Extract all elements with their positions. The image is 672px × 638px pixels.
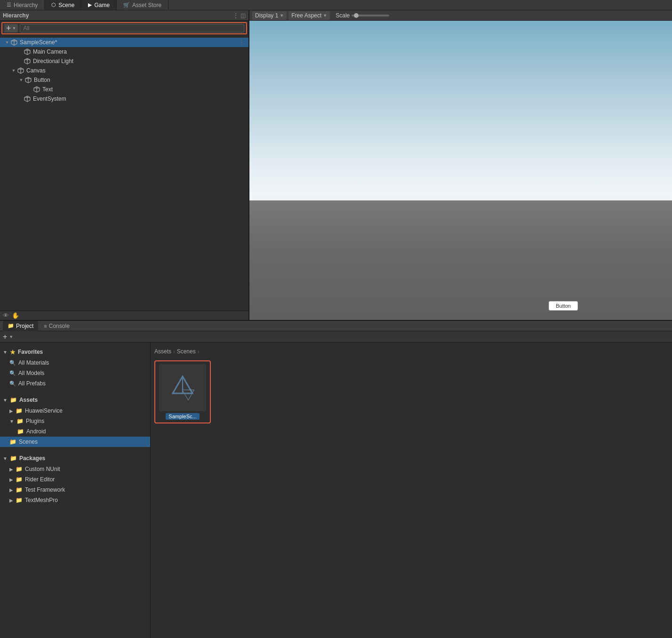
scale-slider[interactable] xyxy=(352,15,389,16)
eye-icon[interactable]: 👁 xyxy=(3,312,9,319)
hierarchy-title: Hierarchy xyxy=(3,12,29,19)
breadcrumb-assets[interactable]: Assets xyxy=(154,348,171,355)
hierarchy-add-button[interactable]: + ▼ xyxy=(4,24,18,32)
sidebar-spacer2 xyxy=(0,449,150,453)
assets-header[interactable]: ▼ 📁 Assets xyxy=(0,394,150,406)
rider-arrow: ▶ xyxy=(9,477,13,482)
breadcrumb: Assets › Scenes › xyxy=(154,346,668,357)
hierarchy-header-icons: ⋮ ◫ xyxy=(233,12,246,19)
packages-section: ▼ 📁 Packages ▶ 📁 Custom NUnit ▶ 📁 Rider … xyxy=(0,453,150,505)
ground-background xyxy=(249,200,672,320)
tree-item-event-system[interactable]: EventSystem xyxy=(0,94,248,104)
favorites-header[interactable]: ▼ ★ Favorites xyxy=(0,346,150,358)
tree-label-sample-scene: SampleScene* xyxy=(20,39,238,46)
console-tab-icon: ≡ xyxy=(44,323,47,329)
nunit-folder-icon: 📁 xyxy=(16,466,23,472)
tab-game[interactable]: ▶ Game xyxy=(81,0,117,10)
tree-item-directional-light[interactable]: Directional Light xyxy=(0,56,248,66)
sidebar-scenes[interactable]: 📁 Scenes xyxy=(0,437,150,447)
button-node-icon xyxy=(24,76,32,84)
add-arrow-icon: ▼ xyxy=(12,26,16,31)
scale-label: Scale xyxy=(336,12,350,19)
assets-arrow: ▼ xyxy=(3,398,8,403)
search-icon-prefabs: 🔍 xyxy=(9,381,16,387)
tree-item-button[interactable]: ▼ Button xyxy=(0,75,248,85)
favorites-section: ▼ ★ Favorites 🔍 All Materials 🔍 All Mode… xyxy=(0,346,150,389)
aspect-button[interactable]: Free Aspect ▼ xyxy=(288,11,330,20)
hierarchy-tree: ▼ SampleScene* ⋮ xyxy=(0,36,248,311)
packages-arrow: ▼ xyxy=(3,456,8,461)
top-tab-bar: ☰ Hierarchy ⬡ Scene ▶ Game 🛒 Asset Store xyxy=(0,0,672,10)
sidebar-custom-nunit[interactable]: ▶ 📁 Custom NUnit xyxy=(0,464,150,474)
favorites-star-icon: ★ xyxy=(10,349,16,356)
tree-label-text: Text xyxy=(42,86,248,93)
tree-dots-sample-scene[interactable]: ⋮ xyxy=(238,39,245,46)
game-viewport: Button xyxy=(249,21,672,320)
tab-asset-store[interactable]: 🛒 Asset Store xyxy=(117,0,168,10)
sidebar-all-prefabs[interactable]: 🔍 All Prefabs xyxy=(0,378,150,389)
plugins-arrow: ▼ xyxy=(9,419,14,424)
sidebar-textmeshpro[interactable]: ▶ 📁 TextMeshPro xyxy=(0,495,150,505)
tmp-arrow: ▶ xyxy=(9,498,13,503)
asset-view: Assets › Scenes › xyxy=(151,343,672,638)
canvas-node-icon xyxy=(17,67,24,74)
game-ui-button[interactable]: Button xyxy=(549,301,578,311)
sidebar-test-framework[interactable]: ▶ 📁 Test Framework xyxy=(0,485,150,495)
huawei-arrow: ▶ xyxy=(9,408,13,414)
upper-area: Hierarchy ⋮ ◫ + ▼ ▼ xyxy=(0,10,672,321)
favorites-arrow: ▼ xyxy=(3,350,8,355)
tree-arrow-button: ▼ xyxy=(18,78,24,82)
tree-item-canvas[interactable]: ▼ Canvas xyxy=(0,66,248,75)
asset-grid: SampleSc... xyxy=(154,360,668,423)
assets-section: ▼ 📁 Assets ▶ 📁 HuaweiService ▼ 📁 Plugins xyxy=(0,394,150,447)
asset-item-sample-scene[interactable]: SampleSc... xyxy=(154,360,211,423)
assets-folder-icon: 📁 xyxy=(10,397,17,403)
hierarchy-search-input[interactable] xyxy=(20,24,244,32)
project-tab-icon: 📁 xyxy=(8,323,14,329)
tab-project[interactable]: 📁 Project xyxy=(3,321,38,331)
tree-item-text[interactable]: Text xyxy=(0,85,248,94)
tree-arrow-sample-scene: ▼ xyxy=(4,40,10,45)
hierarchy-panel: Hierarchy ⋮ ◫ + ▼ ▼ xyxy=(0,10,249,320)
text-node-icon xyxy=(33,86,40,93)
hierarchy-icon: ☰ xyxy=(7,2,11,8)
packages-header[interactable]: ▼ 📁 Packages xyxy=(0,453,150,464)
tree-item-sample-scene[interactable]: ▼ SampleScene* ⋮ xyxy=(0,38,248,47)
nunit-arrow: ▶ xyxy=(9,467,13,472)
scenes-folder-icon: 📁 xyxy=(9,439,16,445)
tree-label-main-camera: Main Camera xyxy=(33,48,248,55)
breadcrumb-scenes[interactable]: Scenes xyxy=(177,348,196,355)
sidebar-all-materials[interactable]: 🔍 All Materials xyxy=(0,358,150,368)
sidebar-all-models[interactable]: 🔍 All Models xyxy=(0,368,150,378)
sidebar-rider-editor[interactable]: ▶ 📁 Rider Editor xyxy=(0,474,150,485)
project-add-button[interactable]: + xyxy=(3,333,7,341)
rider-folder-icon: 📁 xyxy=(16,476,23,483)
sidebar-plugins[interactable]: ▼ 📁 Plugins xyxy=(0,416,150,426)
tab-console[interactable]: ≡ Console xyxy=(39,321,74,331)
scale-slider-thumb xyxy=(354,13,359,18)
game-panel: Display 1 ▼ Free Aspect ▼ Scale Button xyxy=(249,10,672,320)
main-layout: Hierarchy ⋮ ◫ + ▼ ▼ xyxy=(0,10,672,638)
event-system-node-icon xyxy=(24,95,31,103)
tree-label-event-system: EventSystem xyxy=(33,96,248,102)
sidebar-spacer xyxy=(0,391,150,394)
lower-area: 📁 Project ≡ Console + ▼ ▼ ★ Favorites xyxy=(0,321,672,638)
tab-scene[interactable]: ⬡ Scene xyxy=(45,0,81,10)
display-arrow-icon: ▼ xyxy=(280,13,284,18)
tab-hierarchy[interactable]: ☰ Hierarchy xyxy=(0,0,45,10)
light-node-icon xyxy=(24,57,31,65)
sidebar-android[interactable]: 📁 Android xyxy=(0,426,150,437)
header-icon-menu[interactable]: ⋮ xyxy=(233,12,239,19)
lower-toolbar: + ▼ xyxy=(0,331,672,343)
header-icon-resize[interactable]: ◫ xyxy=(240,12,246,19)
tree-item-main-camera[interactable]: Main Camera xyxy=(0,47,248,56)
store-icon: 🛒 xyxy=(123,2,130,8)
asset-label-sample-scene: SampleSc... xyxy=(166,413,199,420)
sidebar-huawei-service[interactable]: ▶ 📁 HuaweiService xyxy=(0,406,150,416)
project-add-arrow: ▼ xyxy=(9,335,13,339)
aspect-arrow-icon: ▼ xyxy=(323,13,327,18)
display-button[interactable]: Display 1 ▼ xyxy=(252,11,287,20)
packages-folder-icon: 📁 xyxy=(10,455,17,462)
asset-icon-sample-scene xyxy=(159,364,206,411)
hand-icon[interactable]: ✋ xyxy=(12,312,19,319)
